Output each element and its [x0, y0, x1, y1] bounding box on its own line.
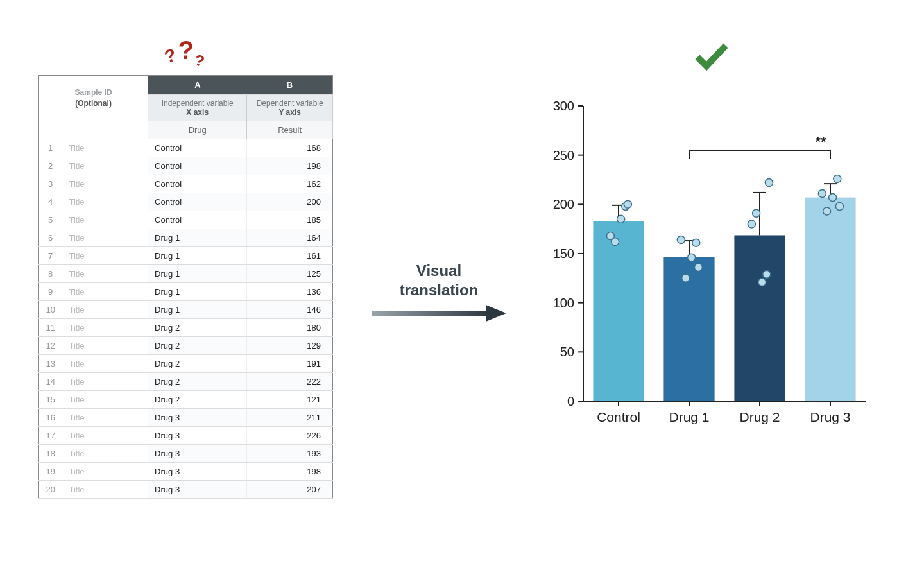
data-point [835, 202, 843, 210]
table-row: 15TitleDrug 2121 [39, 391, 333, 409]
row-number: 20 [39, 481, 62, 499]
sample-id-cell: Title [62, 139, 148, 157]
table-row: 8TitleDrug 1125 [39, 265, 333, 283]
table-row: 6TitleDrug 1164 [39, 229, 333, 247]
visual-translation-arrow: Visual translation [372, 261, 506, 324]
svg-text:150: 150 [553, 246, 574, 261]
table-row: 2TitleControl198 [39, 157, 333, 175]
drug-cell: Drug 2 [148, 391, 247, 409]
sample-id-cell: Title [62, 229, 148, 247]
bar [734, 235, 785, 401]
result-cell: 185 [247, 211, 333, 229]
bar [593, 221, 644, 401]
result-cell: 207 [247, 481, 333, 499]
svg-text:Drug 2: Drug 2 [739, 410, 780, 424]
sample-id-cell: Title [62, 265, 148, 283]
sample-id-cell: Title [62, 175, 148, 193]
chart-panel: 050100150200250300ControlDrug 1Drug 2Dru… [545, 35, 878, 440]
drug-cell: Control [148, 157, 247, 175]
result-cell: 222 [247, 373, 333, 391]
table-row: 1TitleControl168 [39, 139, 333, 157]
svg-text:Control: Control [597, 410, 640, 424]
row-number: 9 [39, 283, 62, 301]
drug-cell: Drug 3 [148, 481, 247, 499]
result-cell: 180 [247, 319, 333, 337]
sample-id-cell: Title [62, 193, 148, 211]
data-point [763, 270, 771, 278]
data-point [682, 274, 690, 282]
table-row: 9TitleDrug 1136 [39, 283, 333, 301]
result-cell: 161 [247, 247, 333, 265]
row-number: 8 [39, 265, 62, 283]
drug-cell: Drug 3 [148, 427, 247, 445]
table-row: 3TitleControl162 [39, 175, 333, 193]
result-cell: 146 [247, 301, 333, 319]
sample-id-cell: Title [62, 391, 148, 409]
drug-cell: Drug 1 [148, 265, 247, 283]
drug-cell: Control [148, 211, 247, 229]
drug-cell: Drug 1 [148, 229, 247, 247]
table-row: 11TitleDrug 2180 [39, 319, 333, 337]
svg-text:50: 50 [560, 345, 574, 359]
row-number: 13 [39, 355, 62, 373]
result-cell: 129 [247, 337, 333, 355]
svg-text:300: 300 [553, 99, 574, 113]
result-cell: 191 [247, 355, 333, 373]
data-table: Sample ID (Optional) A B Independent var… [38, 75, 333, 499]
drug-cell: Drug 3 [148, 409, 247, 427]
data-point [694, 263, 702, 271]
table-row: 10TitleDrug 1146 [39, 301, 333, 319]
result-cell: 162 [247, 175, 333, 193]
data-point [823, 207, 831, 215]
sample-id-cell: Title [62, 409, 148, 427]
result-cell: 136 [247, 283, 333, 301]
svg-text:0: 0 [567, 394, 574, 408]
table-row: 14TitleDrug 2222 [39, 373, 333, 391]
table-row: 4TitleControl200 [39, 193, 333, 211]
drug-cell: Drug 3 [148, 445, 247, 463]
data-point [692, 239, 700, 246]
svg-text:100: 100 [553, 296, 574, 310]
table-panel: ??? Sample ID (Optional) A B Independent… [38, 35, 333, 499]
row-number: 15 [39, 391, 62, 409]
sample-id-cell: Title [62, 481, 148, 499]
drug-cell: Control [148, 139, 247, 157]
sample-id-cell: Title [62, 463, 148, 481]
result-cell: 211 [247, 409, 333, 427]
data-point [677, 236, 685, 244]
column-a-label: Independent variableX axis [148, 95, 247, 121]
drug-cell: Drug 2 [148, 373, 247, 391]
data-point [818, 189, 826, 197]
svg-text:Drug 1: Drug 1 [669, 410, 709, 424]
result-cell: 200 [247, 193, 333, 211]
column-b-name: Result [247, 121, 333, 139]
result-cell: 226 [247, 427, 333, 445]
row-number: 14 [39, 373, 62, 391]
row-number: 17 [39, 427, 62, 445]
sample-id-cell: Title [62, 283, 148, 301]
row-number: 1 [39, 139, 62, 157]
row-number: 5 [39, 211, 62, 229]
drug-cell: Drug 2 [148, 319, 247, 337]
svg-rect-0 [372, 311, 488, 316]
table-row: 13TitleDrug 2191 [39, 355, 333, 373]
table-row: 16TitleDrug 3211 [39, 409, 333, 427]
drug-cell: Drug 2 [148, 355, 247, 373]
sample-id-cell: Title [62, 373, 148, 391]
table-row: 5TitleControl185 [39, 211, 333, 229]
sample-id-cell: Title [62, 211, 148, 229]
row-number: 4 [39, 193, 62, 211]
row-number: 2 [39, 157, 62, 175]
sample-id-header: Sample ID (Optional) [44, 87, 143, 109]
column-b-label: Dependent variableY axis [247, 95, 333, 121]
data-point [624, 200, 631, 208]
drug-cell: Control [148, 193, 247, 211]
sample-id-cell: Title [62, 157, 148, 175]
drug-cell: Drug 1 [148, 247, 247, 265]
checkmark-icon [692, 40, 731, 74]
svg-text:200: 200 [553, 197, 574, 211]
row-number: 11 [39, 319, 62, 337]
drug-cell: Drug 1 [148, 301, 247, 319]
table-row: 20TitleDrug 3207 [39, 481, 333, 499]
svg-text:Drug 3: Drug 3 [810, 410, 850, 424]
